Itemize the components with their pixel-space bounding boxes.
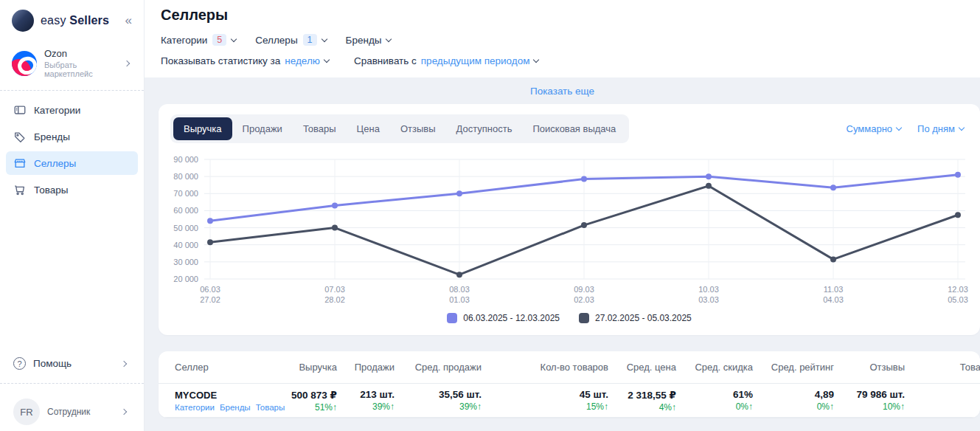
user-role: Сотрудник	[47, 407, 90, 417]
column-header-9: Товары в	[905, 362, 980, 373]
filter-chip-1[interactable]: Селлеры1	[255, 34, 326, 46]
svg-text:40 000: 40 000	[173, 241, 198, 249]
tag-icon	[13, 130, 27, 143]
svg-text:90 000: 90 000	[173, 155, 198, 164]
sidebar: easy Sellers « Ozon Выбрать маркетплейс …	[0, 0, 145, 431]
cell-5: 61%0%↑	[676, 389, 753, 412]
brand-bold: Sellers	[69, 14, 109, 27]
period-row: Показывать статистику за неделю Сравнива…	[161, 55, 980, 66]
content-area: Показать еще ВыручкаПродажиТоварыЦенаОтз…	[145, 77, 980, 431]
filter-label: Селлеры	[255, 35, 297, 46]
column-header-5: Сред. цена	[608, 362, 676, 373]
legend-item-0[interactable]: 06.03.2025 - 12.03.2025	[447, 313, 560, 323]
column-header-3: Сред. продажи	[395, 362, 482, 373]
seller-link-0[interactable]: Категории	[175, 403, 215, 412]
cart-icon	[13, 183, 27, 196]
cell-delta: 0%↑	[753, 401, 834, 412]
cell-value: 79 986 шт.	[834, 389, 905, 400]
page-title: Селлеры	[161, 7, 980, 24]
cell-8: 2 38	[905, 395, 980, 406]
divider	[0, 90, 144, 91]
avatar: FR	[13, 399, 40, 425]
tab-0[interactable]: Выручка	[173, 117, 232, 140]
stats-period-label: Показывать статистику за	[161, 55, 280, 66]
divider	[0, 383, 144, 384]
cell-2: 35,56 шт.39%↑	[395, 389, 482, 412]
chevron-down-icon	[533, 57, 539, 63]
marketplace-selector[interactable]: Ozon Выбрать маркетплейс	[0, 41, 144, 89]
chevron-down-icon	[386, 35, 392, 41]
tab-3[interactable]: Цена	[347, 117, 390, 140]
show-more-link[interactable]: Показать еще	[530, 86, 594, 97]
seller-name[interactable]: MYCODE	[175, 390, 278, 401]
sidebar-collapse-icon[interactable]: «	[124, 13, 133, 28]
sidebar-item-label: Товары	[34, 185, 68, 196]
cell-value: 213 шт.	[337, 389, 395, 400]
svg-text:06.03: 06.03	[200, 285, 220, 294]
chevron-down-icon	[321, 35, 327, 41]
filter-count-badge: 1	[303, 34, 317, 46]
compare-label: Сравнивать с	[354, 55, 417, 66]
seller-cell: MYCODEКатегорииБрендыТовары	[175, 390, 278, 412]
svg-text:20 000: 20 000	[173, 275, 198, 283]
cell-delta: 0%↑	[676, 401, 753, 412]
column-header-2: Продажи	[337, 362, 395, 373]
cell-value: 2 318,55 ₽	[608, 389, 676, 401]
table-header-row: СеллерВыручкаПродажиСред. продажиКол-во …	[159, 351, 980, 384]
svg-text:70 000: 70 000	[173, 189, 198, 198]
storefront-icon	[13, 156, 27, 170]
cell-1: 213 шт.39%↑	[337, 389, 395, 412]
sidebar-item-categories[interactable]: Категории	[6, 98, 138, 122]
chevron-right-icon	[121, 409, 127, 415]
legend-item-1[interactable]: 27.02.2025 - 05.03.2025	[579, 313, 692, 323]
tab-1[interactable]: Продажи	[232, 117, 293, 140]
tab-4[interactable]: Отзывы	[390, 117, 446, 140]
app-root: easy Sellers « Ozon Выбрать маркетплейс …	[0, 0, 980, 431]
chart-legend: 06.03.2025 - 12.03.202527.02.2025 - 05.0…	[170, 313, 968, 323]
compare-period-select[interactable]: предыдущим периодом	[421, 55, 539, 66]
logo-row: easy Sellers «	[0, 0, 144, 41]
sellers-table-card: СеллерВыручкаПродажиСред. продажиКол-во …	[159, 351, 980, 418]
cell-value: 500 873 ₽	[278, 389, 337, 401]
tab-5[interactable]: Доступность	[446, 117, 523, 140]
tab-2[interactable]: Товары	[293, 117, 347, 140]
cell-delta: 39%↑	[337, 401, 395, 412]
svg-text:02.03: 02.03	[574, 295, 594, 304]
ozon-logo-icon	[12, 51, 37, 76]
svg-text:60 000: 60 000	[173, 206, 198, 215]
sidebar-item-brands[interactable]: Бренды	[6, 125, 138, 148]
cell-0: 500 873 ₽51%↑	[278, 389, 337, 413]
stats-period-select[interactable]: неделю	[285, 55, 329, 66]
app-logo-icon	[12, 10, 34, 32]
filter-label: Категории	[161, 35, 207, 46]
show-more-band: Показать еще	[145, 77, 980, 104]
filter-chip-2[interactable]: Бренды	[346, 35, 392, 46]
svg-text:08.03: 08.03	[449, 285, 470, 294]
sidebar-item-help[interactable]: ? Помощь	[6, 351, 138, 376]
chevron-right-icon	[121, 360, 127, 366]
cell-delta: 10%↑	[834, 401, 905, 412]
chart-card: ВыручкаПродажиТоварыЦенаОтзывыДоступност…	[159, 104, 980, 335]
cell-delta: 4%↑	[608, 402, 676, 413]
filter-label: Бренды	[346, 35, 382, 46]
sidebar-item-sellers[interactable]: Селлеры	[6, 151, 138, 175]
granularity-select[interactable]: По дням	[917, 123, 964, 134]
cell-delta: 15%↑	[482, 401, 608, 412]
filter-chip-0[interactable]: Категории5	[161, 34, 236, 46]
summary-select[interactable]: Суммарно	[847, 123, 902, 134]
sidebar-item-label: Бренды	[34, 131, 70, 142]
tab-6[interactable]: Поисковая выдача	[522, 117, 626, 140]
user-menu[interactable]: FR Сотрудник	[6, 393, 138, 431]
cell-value: 35,56 шт.	[395, 389, 482, 400]
sidebar-item-goods[interactable]: Товары	[6, 178, 138, 201]
svg-text:01.03: 01.03	[449, 295, 470, 304]
cell-value: 45 шт.	[482, 389, 608, 400]
brand-light: easy	[41, 14, 66, 27]
seller-links: КатегорииБрендыТовары	[175, 403, 278, 412]
cell-3: 45 шт.15%↑	[482, 389, 608, 412]
column-header-1: Выручка	[278, 362, 337, 373]
column-header-8: Отзывы	[834, 362, 905, 373]
svg-text:09.03: 09.03	[574, 285, 594, 294]
seller-link-1[interactable]: Бренды	[220, 403, 251, 412]
column-header-4: Кол-во товаров	[482, 362, 608, 373]
